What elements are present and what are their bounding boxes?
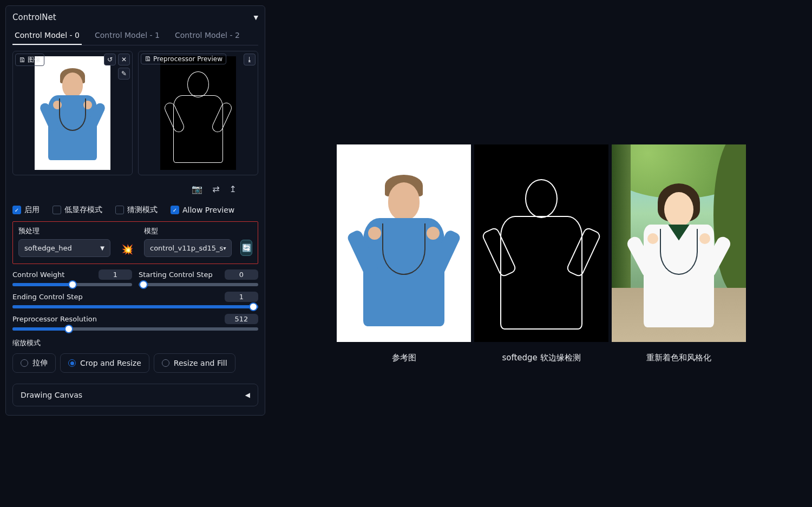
preprocessor-value: softedge_hed bbox=[24, 244, 72, 252]
image-row: 🖻 图像 ↺ ✕ ✎ bbox=[12, 51, 258, 175]
collapse-icon[interactable]: ▼ bbox=[254, 14, 258, 21]
end-step-value[interactable]: 1 bbox=[225, 292, 258, 302]
check-icon: ✓ bbox=[171, 206, 179, 214]
radio-icon bbox=[68, 359, 76, 367]
download-icon[interactable]: ⭳ bbox=[244, 54, 256, 65]
end-step-label: Ending Control Step bbox=[12, 293, 83, 301]
resolution-row: Preprocessor Resolution 512 bbox=[12, 314, 258, 331]
resize-radio-row: 拉伸 Crop and Resize Resize and Fill bbox=[12, 353, 258, 373]
weight-start-row: Control Weight 1 Starting Control Step 0 bbox=[12, 269, 258, 286]
image-label-chip: 🖻 图像 bbox=[15, 54, 44, 66]
allow-preview-label: Allow Preview bbox=[182, 206, 234, 214]
image-corner-icons: ↺ ✕ ✎ bbox=[104, 54, 130, 80]
showcase-area: 参考图 softedge 软边缘检测 bbox=[271, 0, 812, 507]
undo-icon[interactable]: ↺ bbox=[104, 54, 116, 65]
tab-model-0[interactable]: Control Model - 0 bbox=[12, 27, 82, 45]
controlnet-card: ControlNet ▼ Control Model - 0 Control M… bbox=[5, 5, 265, 416]
input-image-box[interactable]: 🖻 图像 ↺ ✕ ✎ bbox=[12, 51, 133, 175]
model-select[interactable]: control_v11p_sd15_s ▾ bbox=[144, 239, 232, 257]
preview-label-chip: 🖻 Preprocessor Preview bbox=[141, 54, 226, 64]
controlnet-panel: ControlNet ▼ Control Model - 0 Control M… bbox=[0, 0, 271, 507]
chevron-down-icon: ▾ bbox=[223, 245, 226, 251]
enable-checkbox[interactable]: ✓ 启用 bbox=[12, 205, 40, 215]
refresh-icon: 🔄 bbox=[242, 243, 251, 252]
tab-model-2[interactable]: Control Model - 2 bbox=[173, 27, 242, 45]
run-preprocessor-icon[interactable]: 💥 bbox=[119, 243, 135, 257]
resize-crop-option[interactable]: Crop and Resize bbox=[60, 353, 149, 373]
radio-icon bbox=[21, 359, 28, 367]
preview-image-box[interactable]: 🖻 Preprocessor Preview ⭳ bbox=[138, 51, 258, 175]
drawing-canvas-toggle[interactable]: Drawing Canvas ◀ bbox=[12, 384, 258, 406]
drawing-canvas-label: Drawing Canvas bbox=[21, 391, 82, 399]
enable-label: 启用 bbox=[24, 205, 40, 215]
expand-left-icon: ◀ bbox=[245, 391, 250, 399]
chevron-down-icon: ▼ bbox=[100, 245, 104, 251]
guess-checkbox[interactable]: 猜测模式 bbox=[115, 205, 158, 215]
showcase-reference: 参考图 bbox=[337, 144, 471, 363]
check-icon bbox=[115, 206, 124, 214]
resize-stretch-option[interactable]: 拉伸 bbox=[12, 353, 56, 373]
edge-caption: softedge 软边缘检测 bbox=[474, 353, 608, 363]
start-step-slider[interactable] bbox=[139, 283, 258, 286]
resize-mode-label: 缩放模式 bbox=[12, 338, 258, 348]
fill-label: Resize and Fill bbox=[174, 359, 227, 367]
image-icon: 🖻 bbox=[145, 55, 151, 63]
control-weight-slider[interactable] bbox=[12, 283, 132, 286]
lowvram-checkbox[interactable]: 低显存模式 bbox=[53, 205, 102, 215]
edge-image bbox=[474, 144, 608, 342]
model-label: 模型 bbox=[144, 226, 232, 236]
resolution-slider[interactable] bbox=[12, 327, 258, 331]
checkbox-row: ✓ 启用 低显存模式 猜测模式 ✓ Allow Preview bbox=[12, 205, 258, 215]
tab-bar: Control Model - 0 Control Model - 1 Cont… bbox=[12, 27, 258, 45]
preview-label: Preprocessor Preview bbox=[153, 55, 222, 63]
preprocessor-select[interactable]: softedge_hed ▼ bbox=[18, 239, 110, 257]
start-step-label: Starting Control Step bbox=[139, 271, 213, 279]
resolution-label: Preprocessor Resolution bbox=[12, 315, 97, 323]
send-up-icon[interactable]: ↥ bbox=[230, 184, 237, 194]
showcase-anime: 重新着色和风格化 bbox=[612, 144, 746, 363]
showcase-edge: softedge 软边缘检测 bbox=[474, 144, 608, 363]
preprocessor-model-box: 预处理 softedge_hed ▼ 💥 模型 control_v11p_sd1… bbox=[12, 221, 258, 264]
swap-icon[interactable]: ⇄ bbox=[212, 184, 219, 194]
resolution-value[interactable]: 512 bbox=[225, 314, 258, 324]
crop-label: Crop and Resize bbox=[80, 359, 141, 367]
check-icon bbox=[53, 206, 61, 214]
card-title: ControlNet bbox=[12, 12, 56, 22]
resize-fill-option[interactable]: Resize and Fill bbox=[154, 353, 235, 373]
webcam-icon[interactable]: 📷 bbox=[192, 184, 202, 194]
preprocessor-label: 预处理 bbox=[18, 226, 110, 236]
control-weight-value[interactable]: 1 bbox=[99, 269, 132, 280]
anime-image bbox=[612, 144, 746, 342]
preview-image-area bbox=[141, 54, 256, 173]
stretch-label: 拉伸 bbox=[32, 358, 48, 368]
radio-icon bbox=[162, 359, 169, 367]
reference-thumbnail bbox=[35, 56, 110, 170]
allow-preview-checkbox[interactable]: ✓ Allow Preview bbox=[171, 206, 234, 214]
end-step-row: Ending Control Step 1 bbox=[12, 292, 258, 308]
reference-image bbox=[337, 144, 471, 342]
lowvram-label: 低显存模式 bbox=[64, 205, 102, 215]
clear-icon[interactable]: ✕ bbox=[118, 54, 130, 65]
anime-caption: 重新着色和风格化 bbox=[612, 353, 746, 363]
refresh-models-button[interactable]: 🔄 bbox=[240, 240, 252, 256]
start-step-value[interactable]: 0 bbox=[225, 269, 258, 280]
image-label: 图像 bbox=[28, 55, 41, 64]
control-weight-label: Control Weight bbox=[12, 271, 64, 279]
tab-model-1[interactable]: Control Model - 1 bbox=[93, 27, 162, 45]
guess-label: 猜测模式 bbox=[127, 205, 158, 215]
util-icons: 📷 ⇄ ↥ bbox=[12, 181, 258, 201]
edit-icon[interactable]: ✎ bbox=[118, 68, 130, 80]
image-icon: 🖻 bbox=[19, 56, 25, 64]
model-value: control_v11p_sd15_s bbox=[150, 244, 223, 252]
edge-thumbnail bbox=[160, 56, 236, 170]
check-icon: ✓ bbox=[12, 206, 21, 214]
card-header[interactable]: ControlNet ▼ bbox=[12, 10, 258, 27]
reference-caption: 参考图 bbox=[337, 353, 471, 363]
preview-corner-icons: ⭳ bbox=[244, 54, 256, 65]
end-step-slider[interactable] bbox=[12, 305, 258, 308]
